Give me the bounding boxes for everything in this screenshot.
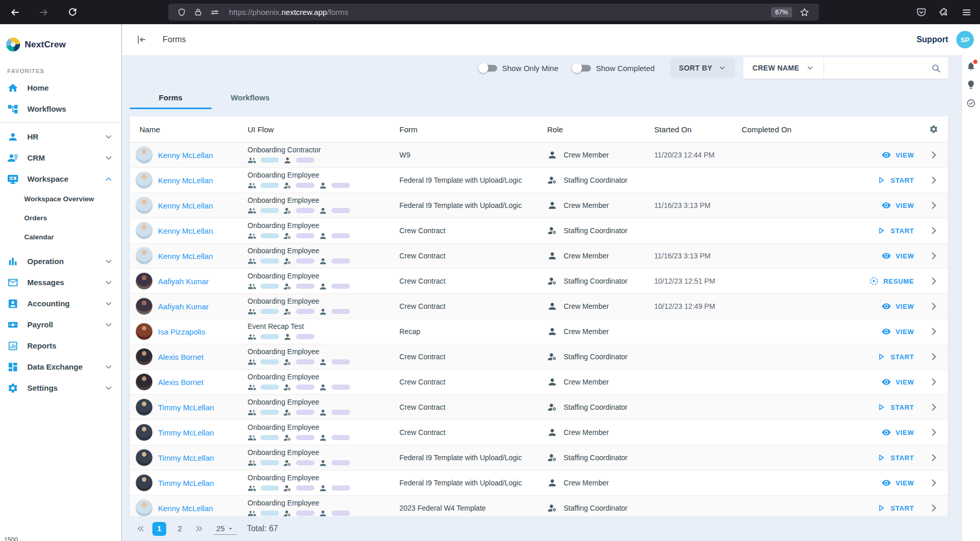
tasks-check-icon[interactable] — [966, 98, 976, 108]
sidebar-subitem-orders[interactable]: Orders — [0, 208, 121, 228]
support-link[interactable]: Support — [917, 35, 948, 44]
crew-name-link[interactable]: Aafiyah Kumar — [158, 277, 208, 286]
column-header-ui-flow[interactable]: UI Flow — [248, 125, 399, 134]
notifications-bell-icon[interactable] — [966, 61, 976, 71]
crew-name-link[interactable]: Alexis Bornet — [158, 378, 203, 387]
sidebar-subitem-calendar[interactable]: Calendar — [0, 228, 121, 247]
sidebar-item-payroll[interactable]: Payroll — [0, 314, 121, 335]
pocket-icon[interactable] — [916, 7, 926, 18]
sidebar-collapse-icon[interactable] — [136, 34, 147, 45]
view-button[interactable]: VIEW — [882, 327, 914, 336]
crew-name-link[interactable]: Timmy McLellan — [158, 403, 214, 412]
tracking-protection-shield-icon[interactable] — [177, 8, 186, 17]
row-chevron-icon[interactable] — [929, 503, 939, 513]
user-avatar[interactable]: SP — [956, 31, 974, 48]
view-button[interactable]: VIEW — [882, 478, 914, 487]
start-button[interactable]: START — [877, 403, 914, 412]
row-chevron-icon[interactable] — [929, 427, 939, 438]
browser-back-button[interactable] — [7, 5, 23, 20]
crew-name-link[interactable]: Kenny McLellan — [158, 151, 213, 160]
start-button[interactable]: START — [877, 503, 914, 513]
address-bar[interactable]: https://phoenix.nextcrew.app/forms 67% — [168, 4, 819, 21]
row-chevron-icon[interactable] — [929, 150, 939, 160]
sidebar-item-settings[interactable]: Settings — [0, 377, 121, 398]
view-button[interactable]: VIEW — [882, 251, 914, 260]
column-header-completed-on[interactable]: Completed On — [742, 125, 814, 134]
crew-name-link[interactable]: Timmy McLellan — [158, 453, 214, 462]
view-button[interactable]: VIEW — [882, 201, 914, 210]
site-permissions-icon[interactable] — [210, 8, 219, 17]
view-button[interactable]: VIEW — [882, 428, 914, 437]
crew-name-link[interactable]: Kenny McLellan — [158, 201, 213, 210]
lightbulb-icon[interactable] — [966, 80, 976, 90]
column-header-form[interactable]: Form — [399, 125, 547, 134]
sidebar-subitem-workspace-overview[interactable]: Workspace Overview — [0, 189, 121, 208]
sidebar-item-accounting[interactable]: Accounting — [0, 293, 121, 314]
row-chevron-icon[interactable] — [929, 251, 939, 261]
crew-name-link[interactable]: Timmy McLellan — [158, 428, 214, 437]
page-button-2[interactable]: 2 — [173, 522, 187, 536]
row-chevron-icon[interactable] — [929, 175, 939, 185]
start-button[interactable]: START — [877, 176, 914, 185]
row-chevron-icon[interactable] — [929, 452, 939, 463]
sidebar-item-workflows[interactable]: Workflows — [0, 98, 121, 119]
column-header-role[interactable]: Role — [547, 125, 654, 134]
extensions-puzzle-icon[interactable] — [939, 7, 949, 18]
row-chevron-icon[interactable] — [929, 200, 939, 211]
row-chevron-icon[interactable] — [929, 225, 939, 236]
row-chevron-icon[interactable] — [929, 352, 939, 362]
row-chevron-icon[interactable] — [929, 301, 939, 311]
bookmark-star-icon[interactable] — [799, 7, 810, 18]
search-icon[interactable] — [931, 63, 941, 73]
show-only-mine-toggle[interactable] — [478, 63, 498, 73]
column-header-started-on[interactable]: Started On — [654, 125, 742, 134]
page-size-select[interactable]: 25 — [214, 522, 237, 535]
browser-forward-button[interactable] — [36, 5, 51, 20]
crew-name-link[interactable]: Isa Pizzapolis — [158, 327, 205, 336]
row-chevron-icon[interactable] — [929, 377, 939, 387]
browser-menu-icon[interactable] — [961, 7, 972, 18]
last-page-button[interactable] — [194, 523, 204, 534]
sort-by-button[interactable]: SORT BY — [670, 58, 735, 78]
sidebar-item-messages[interactable]: Messages — [0, 272, 121, 293]
view-button[interactable]: VIEW — [882, 302, 914, 311]
crew-name-link[interactable]: Kenny McLellan — [158, 226, 213, 235]
row-chevron-icon[interactable] — [929, 478, 939, 488]
crew-name-link[interactable]: Kenny McLellan — [158, 176, 213, 185]
start-button[interactable]: START — [877, 453, 914, 462]
crew-name-link[interactable]: Aafiyah Kumar — [158, 302, 208, 311]
sidebar-item-home[interactable]: Home — [0, 77, 121, 98]
row-chevron-icon[interactable] — [929, 276, 939, 286]
page-button-1[interactable]: 1 — [152, 522, 166, 536]
crew-name-link[interactable]: Kenny McLellan — [158, 504, 213, 513]
show-completed-toggle[interactable] — [572, 63, 591, 73]
ui-flow-title: Onboarding Employee — [248, 474, 399, 482]
view-button[interactable]: VIEW — [882, 150, 914, 160]
browser-reload-button[interactable] — [65, 5, 80, 20]
view-button[interactable]: VIEW — [882, 377, 914, 387]
tab-forms[interactable]: Forms — [130, 86, 212, 109]
start-button[interactable]: START — [877, 226, 914, 235]
crew-name-link[interactable]: Kenny McLellan — [158, 252, 213, 260]
sidebar-item-operation[interactable]: Operation — [0, 251, 121, 272]
tab-workflows[interactable]: Workflows — [212, 86, 289, 109]
row-chevron-icon[interactable] — [929, 326, 939, 337]
crew-name-link[interactable]: Alexis Bornet — [158, 353, 203, 361]
sidebar-item-reports[interactable]: Reports — [0, 335, 121, 356]
first-page-button[interactable] — [135, 523, 146, 534]
column-settings-gear-icon[interactable] — [929, 125, 938, 134]
crew-name-link[interactable]: Timmy McLellan — [158, 479, 214, 487]
column-header-name[interactable]: Name — [130, 125, 248, 134]
person-gear-icon — [283, 459, 292, 467]
start-button[interactable]: START — [877, 352, 914, 361]
zoom-level-badge[interactable]: 67% — [771, 7, 792, 18]
sidebar-item-workspace[interactable]: Workspace — [0, 168, 121, 189]
search-input[interactable] — [824, 57, 931, 79]
sidebar-item-hr[interactable]: HR — [0, 126, 121, 147]
search-field-selector[interactable]: CREW NAME — [743, 57, 824, 79]
resume-button[interactable]: RESUME — [869, 276, 914, 286]
row-chevron-icon[interactable] — [929, 402, 939, 412]
sidebar-item-crm[interactable]: CRM — [0, 147, 121, 168]
sidebar-item-data-exchange[interactable]: Data Exchange — [0, 356, 121, 377]
connection-lock-icon[interactable] — [194, 8, 203, 17]
